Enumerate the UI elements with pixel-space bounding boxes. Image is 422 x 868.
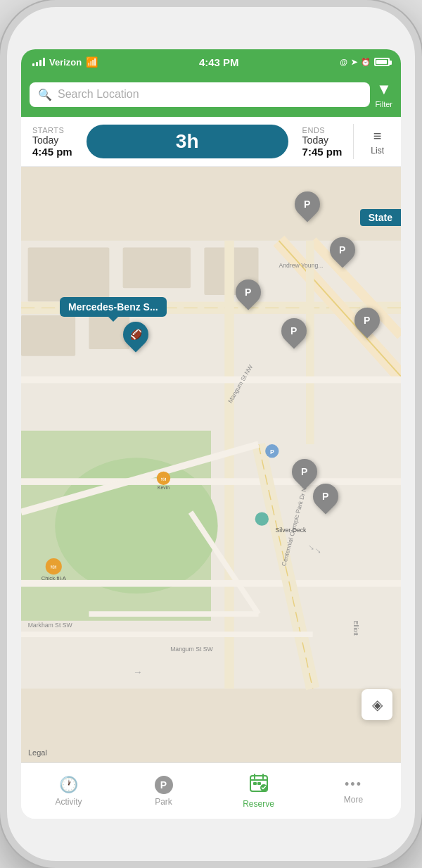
svg-rect-13 <box>21 478 401 485</box>
tab-reserve-label: Reserve <box>243 799 274 809</box>
filter-label: Filter <box>376 100 392 108</box>
parking-icon-7: P <box>322 491 328 502</box>
status-bar: Verizon 📶 4:43 PM @ ➤ ⏰ <box>21 49 401 75</box>
signal-bar-1 <box>32 63 34 66</box>
starts-label: STARTS <box>32 126 64 134</box>
list-button[interactable]: ≡ List <box>365 125 390 158</box>
starts-section: STARTS Today 4:45 pm <box>32 126 72 158</box>
svg-rect-3 <box>28 247 110 301</box>
location-status-icon: ➤ <box>351 58 357 67</box>
svg-rect-4 <box>123 247 191 288</box>
search-icon: 🔍 <box>38 88 52 101</box>
svg-text:🍽: 🍽 <box>51 565 56 571</box>
parking-pin-2[interactable]: P <box>330 237 355 263</box>
signal-bar-3 <box>39 60 41 66</box>
parking-pin-6[interactable]: P <box>292 459 317 484</box>
svg-text:Kevin: Kevin <box>158 485 170 490</box>
time-bar: STARTS Today 4:45 pm 3h ENDS Today 7:45 … <box>21 117 401 167</box>
parking-pin-4[interactable]: P <box>281 318 307 344</box>
venue-label[interactable]: Mercedes-Benz S... <box>60 297 167 317</box>
at-icon: @ <box>340 58 347 66</box>
alarm-icon: ⏰ <box>361 58 371 67</box>
park-icon: P <box>155 776 173 794</box>
svg-text:→: → <box>133 667 143 677</box>
svg-rect-12 <box>21 377 401 384</box>
wifi-icon: 📶 <box>86 56 98 68</box>
duration-button[interactable]: 3h <box>87 125 288 158</box>
activity-icon: 🕐 <box>59 776 78 794</box>
tab-more[interactable]: ••• More <box>306 772 401 810</box>
state-badge[interactable]: State <box>360 209 401 226</box>
starts-time: 4:45 pm <box>32 146 72 158</box>
parking-icon-6: P <box>301 466 307 477</box>
svg-text:Chick-fil-A: Chick-fil-A <box>41 575 67 581</box>
svg-rect-14 <box>21 580 401 587</box>
more-icon: ••• <box>345 777 362 792</box>
tab-bar: 🕐 Activity P Park <box>21 762 401 819</box>
ends-label: ENDS <box>302 126 326 134</box>
tab-activity-label: Activity <box>55 797 82 807</box>
svg-text:Andrew Young...: Andrew Young... <box>279 262 323 269</box>
svg-rect-39 <box>257 782 261 785</box>
tab-park[interactable]: P Park <box>116 770 211 812</box>
battery-fill <box>376 60 387 64</box>
list-icon: ≡ <box>373 128 382 144</box>
ends-section: ENDS Today 7:45 pm <box>302 126 343 158</box>
signal-bar-2 <box>36 62 38 66</box>
parking-pin-5[interactable]: P <box>354 308 380 333</box>
compass-button[interactable]: ◈ <box>362 689 392 720</box>
tab-more-label: More <box>344 795 363 805</box>
reserve-icon <box>250 774 268 796</box>
status-right: @ ➤ ⏰ <box>340 58 390 67</box>
svg-text:P: P <box>270 448 274 455</box>
carrier-name: Verizon <box>49 57 82 68</box>
selected-venue-pin[interactable]: 🏈 <box>123 322 148 347</box>
svg-rect-6 <box>21 315 75 356</box>
svg-text:Elliott: Elliott <box>352 621 359 636</box>
filter-icon: ▼ <box>376 80 392 99</box>
svg-rect-38 <box>253 782 257 785</box>
status-time: 4:43 PM <box>199 56 239 68</box>
signal-bars <box>32 58 45 66</box>
phone-screen: Verizon 📶 4:43 PM @ ➤ ⏰ 🔍 Search Locatio… <box>21 49 401 819</box>
svg-text:Mangum St SW: Mangum St SW <box>170 646 213 653</box>
filter-button[interactable]: ▼ Filter <box>376 80 392 108</box>
list-label: List <box>371 146 384 156</box>
svg-rect-10 <box>224 241 234 688</box>
svg-rect-11 <box>306 241 314 444</box>
parking-pin-1[interactable]: P <box>295 191 320 217</box>
ends-time: 7:45 pm <box>302 146 343 158</box>
svg-text:Silver Deck: Silver Deck <box>276 527 307 534</box>
parking-pin-7[interactable]: P <box>313 484 338 509</box>
tab-park-label: Park <box>155 797 172 807</box>
signal-bar-4 <box>43 58 45 66</box>
map-area[interactable]: Mangum St NW Centennial Olympic Park Dr … <box>21 167 401 762</box>
starts-day: Today <box>32 134 58 146</box>
parking-icon-4: P <box>290 325 297 336</box>
parking-pin-3[interactable]: P <box>236 279 261 305</box>
tab-reserve[interactable]: Reserve <box>211 768 306 814</box>
venue-pin-icon: 🏈 <box>130 329 142 340</box>
search-input[interactable]: Search Location <box>58 88 139 101</box>
ends-day: Today <box>302 134 328 146</box>
time-divider <box>353 124 354 159</box>
parking-icon-1: P <box>304 199 310 210</box>
battery <box>374 58 390 66</box>
search-bar-container: 🔍 Search Location ▼ Filter <box>21 75 401 117</box>
parking-icon-3: P <box>245 287 251 298</box>
search-input-wrap[interactable]: 🔍 Search Location <box>30 82 370 107</box>
legal-text[interactable]: Legal <box>28 748 47 757</box>
svg-text:🍽: 🍽 <box>161 477 166 482</box>
parking-icon-2: P <box>339 244 345 256</box>
compass-icon: ◈ <box>372 696 383 713</box>
phone-frame: Verizon 📶 4:43 PM @ ➤ ⏰ 🔍 Search Locatio… <box>0 0 422 868</box>
tab-activity[interactable]: 🕐 Activity <box>21 770 116 812</box>
status-left: Verizon 📶 <box>32 56 98 68</box>
svg-text:Markham St SW: Markham St SW <box>28 622 73 629</box>
parking-icon-5: P <box>364 315 370 326</box>
svg-point-27 <box>255 512 269 526</box>
